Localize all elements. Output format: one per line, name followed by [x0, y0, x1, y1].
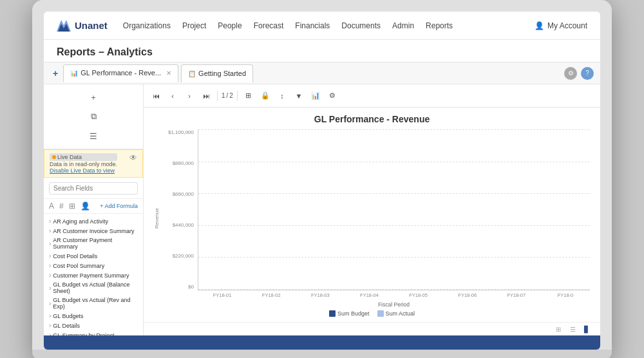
- x-tick: FY18-03: [296, 292, 345, 298]
- nav-people[interactable]: People: [218, 21, 242, 30]
- add-formula-button[interactable]: + Add Formula: [100, 203, 138, 209]
- logo: Unanet: [57, 20, 108, 32]
- toolbar-chart-icon[interactable]: 📊: [308, 89, 323, 103]
- toolbar-last-btn[interactable]: ⏭: [199, 89, 213, 103]
- bottom-bar: [44, 335, 600, 350]
- account-label: My Account: [547, 21, 587, 30]
- sidebar-icon-buttons: + ⧉ ☰: [44, 84, 143, 149]
- legend-actual-color: [377, 310, 384, 317]
- x-tick: FY18-07: [492, 292, 541, 298]
- field-icons: A # ⊞ 👤: [49, 202, 90, 211]
- field-text-icon: A: [49, 202, 54, 211]
- nav-reports[interactable]: Reports: [426, 21, 453, 30]
- toolbar-settings-icon[interactable]: ⚙: [325, 89, 339, 103]
- bars-area: [198, 129, 590, 290]
- read-only-text: Data is in read-only mode.: [50, 161, 117, 167]
- toolbar-prev-btn[interactable]: ‹: [166, 89, 180, 103]
- list-item[interactable]: Cost Pool Details: [44, 251, 143, 261]
- y-tick: $0: [188, 284, 194, 290]
- x-axis: FY18-01 FY18-02 FY18-03 FY18-04 FY18-05 …: [198, 290, 590, 300]
- list-item[interactable]: GL Budget vs Actual (Balance Sheet): [44, 280, 143, 296]
- list-item[interactable]: GL Budgets: [44, 311, 143, 321]
- list-item[interactable]: GL Details: [44, 321, 143, 330]
- field-table-icon: ⊞: [69, 202, 75, 211]
- live-data-bar: Live Data Data is in read-only mode. Dis…: [44, 149, 143, 178]
- view-list-icon[interactable]: ☰: [567, 325, 578, 333]
- search-box: [44, 178, 143, 199]
- legend-budget-color: [329, 310, 336, 317]
- nav-forecast[interactable]: Forecast: [254, 21, 284, 30]
- search-input[interactable]: [49, 182, 138, 194]
- nav-financials[interactable]: Financials: [295, 21, 330, 30]
- legend-budget-label: Sum Budget: [337, 310, 370, 317]
- y-axis: $1,100,000 $880,000 $660,000 $440,000 $2…: [162, 129, 198, 308]
- chart-toolbar: ⏮ ‹ › ⏭ 1 / 2 ⊞ 🔒 ↕ ▼ 📊 ⚙: [144, 84, 600, 108]
- nav-organizations[interactable]: Organizations: [123, 21, 171, 30]
- tab-gl-label: GL Performance - Reve...: [80, 69, 161, 77]
- gridlines: [198, 129, 590, 290]
- tabs-bar: + 📊 GL Performance - Reve... ✕ 📋 Getting…: [44, 62, 600, 84]
- add-tab-button[interactable]: +: [50, 68, 61, 79]
- list-item[interactable]: AR Customer Invoice Summary: [44, 226, 143, 236]
- tab-getting-started[interactable]: 📋 Getting Started: [181, 64, 253, 82]
- account-icon: 👤: [535, 21, 544, 30]
- disable-live-data-link[interactable]: Disable Live Data to view: [50, 167, 117, 174]
- chart-area: ⏮ ‹ › ⏭ 1 / 2 ⊞ 🔒 ↕ ▼ 📊 ⚙: [144, 84, 600, 335]
- list-item[interactable]: Customer Payment Summary: [44, 270, 143, 280]
- x-tick: FY18-02: [247, 292, 296, 298]
- toolbar-lock-icon[interactable]: 🔒: [258, 89, 272, 103]
- y-tick: $660,000: [173, 191, 194, 197]
- live-badge-label: Live Data: [57, 154, 82, 160]
- sidebar-list-icon[interactable]: ☰: [86, 128, 101, 144]
- tab-close-icon[interactable]: ✕: [166, 70, 171, 77]
- y-tick: $440,000: [173, 222, 194, 228]
- help-buttons: ⚙ ?: [564, 67, 594, 80]
- sidebar-add-icon[interactable]: +: [86, 90, 101, 105]
- x-tick: FY18-01: [198, 292, 247, 298]
- tab-gs-label: Getting Started: [198, 70, 246, 77]
- toolbar-next-btn[interactable]: ›: [182, 89, 196, 103]
- y-tick: $1,100,000: [168, 129, 194, 135]
- field-hash-icon: #: [59, 202, 64, 211]
- nav-links: Organizations Project People Forecast Fi…: [123, 21, 535, 30]
- tab-chart-icon: 📊: [70, 70, 78, 77]
- nav-documents[interactable]: Documents: [341, 21, 381, 30]
- list-item[interactable]: GL Budget vs Actual (Rev and Exp): [44, 296, 143, 311]
- bottom-view-icons: ⊞ ☰ ▊: [144, 322, 600, 335]
- list-item[interactable]: AR Customer Payment Summary: [44, 236, 143, 251]
- chart-title: GL Performance - Revenue: [314, 114, 430, 124]
- toolbar-sort-icon[interactable]: ↕: [275, 89, 289, 103]
- x-axis-title: Fiscal Period: [198, 301, 590, 308]
- sidebar-copy-icon[interactable]: ⧉: [86, 109, 101, 124]
- x-tick: FY18-06: [443, 292, 492, 298]
- pagination: 1 / 2: [222, 92, 233, 99]
- sidebar: + ⧉ ☰ Live Data Data is in read-only mod…: [44, 84, 144, 335]
- main-content: + ⧉ ☰ Live Data Data is in read-only mod…: [44, 84, 600, 335]
- tab-doc-icon: 📋: [188, 70, 196, 77]
- view-chart-icon[interactable]: ▊: [581, 325, 592, 333]
- page-title: Reports – Analytics: [57, 46, 153, 57]
- toolbar-filter-icon[interactable]: ▼: [292, 89, 306, 103]
- view-grid-icon[interactable]: ⊞: [553, 325, 564, 333]
- page-current: 1: [222, 92, 225, 99]
- eye-icon[interactable]: 👁: [129, 153, 137, 162]
- help-icon[interactable]: ?: [581, 67, 594, 80]
- nav-project[interactable]: Project: [182, 21, 206, 30]
- tab-gl-performance[interactable]: 📊 GL Performance - Reve... ✕: [63, 64, 178, 82]
- my-account-button[interactable]: 👤 My Account: [535, 21, 587, 30]
- field-person-icon: 👤: [80, 202, 90, 211]
- live-dot: [52, 155, 56, 159]
- live-badge: Live Data: [50, 153, 117, 161]
- toolbar-grid-icon[interactable]: ⊞: [242, 89, 256, 103]
- toolbar-first-btn[interactable]: ⏮: [149, 89, 163, 103]
- list-item[interactable]: AR Aging and Activity: [44, 216, 143, 226]
- legend-actual: Sum Actual: [377, 310, 415, 317]
- page-total: 2: [229, 92, 233, 99]
- settings-icon[interactable]: ⚙: [564, 67, 577, 80]
- legend-actual-label: Sum Actual: [386, 310, 415, 317]
- y-tick: $880,000: [173, 160, 194, 166]
- fields-list: AR Aging and Activity AR Customer Invoic…: [44, 214, 143, 335]
- list-item[interactable]: GL Summary by Project: [44, 330, 143, 335]
- list-item[interactable]: Cost Pool Summary: [44, 261, 143, 270]
- nav-admin[interactable]: Admin: [392, 21, 414, 30]
